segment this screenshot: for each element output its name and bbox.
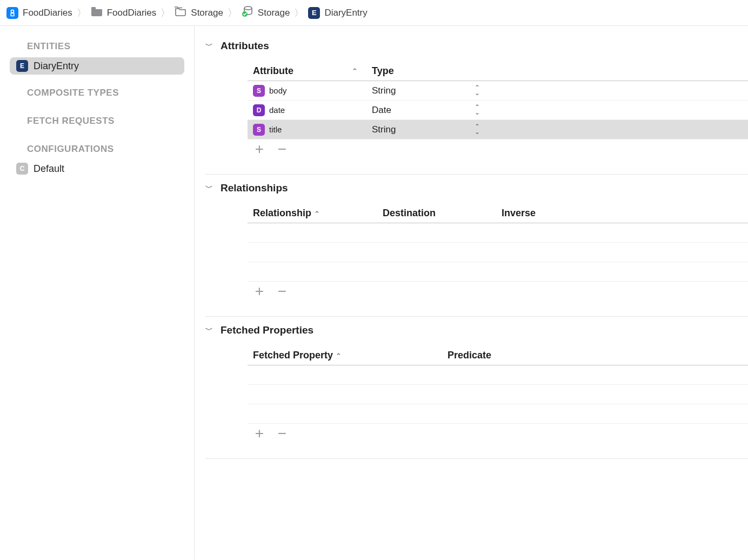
sidebar-item-entity[interactable]: E DiaryEntry (10, 57, 184, 75)
attribute-name: body (269, 86, 287, 95)
chevron-right-icon: 〉 (159, 6, 171, 19)
add-button[interactable]: + (253, 143, 266, 156)
stepper-icon: ⌃⌄ (475, 124, 480, 135)
col-header-predicate[interactable]: Predicate (442, 348, 604, 363)
folder-icon (91, 6, 103, 19)
table-row[interactable] (248, 404, 748, 424)
crumb-app[interactable]: FoodDiaries (6, 7, 72, 19)
table-row[interactable] (248, 223, 748, 243)
attribute-name: title (269, 125, 282, 134)
section-header-relationships[interactable]: ﹀ Relationships (195, 179, 748, 197)
config-icon: C (16, 163, 28, 175)
folder-group-icon (175, 6, 186, 19)
table-header-row: Fetched Property ⌃ Predicate (248, 346, 748, 365)
attribute-type: Date (372, 105, 391, 116)
type-selector[interactable]: String ⌃⌄ (372, 85, 480, 96)
add-button[interactable]: + (253, 427, 266, 440)
crumb-label: Storage (258, 8, 290, 18)
section-title: Attributes (221, 40, 269, 52)
table-actions: + − (248, 424, 748, 445)
table-actions: + − (248, 282, 748, 303)
sidebar-header-fetch: FETCH REQUESTS (5, 110, 189, 131)
col-header-destination[interactable]: Destination (377, 205, 496, 221)
crumb-storage-db[interactable]: Storage (242, 5, 290, 20)
attribute-row[interactable]: D date Date ⌃⌄ (248, 101, 748, 120)
type-selector[interactable]: String ⌃⌄ (372, 124, 480, 135)
table-row[interactable] (248, 262, 748, 282)
stepper-icon: ⌃⌄ (475, 85, 480, 96)
chevron-right-icon: 〉 (76, 6, 88, 19)
table-actions: + − (248, 139, 748, 161)
svg-point-0 (11, 10, 14, 12)
section-header-fetched[interactable]: ﹀ Fetched Properties (195, 321, 748, 339)
table-row[interactable] (248, 243, 748, 262)
attribute-row[interactable]: S title String ⌃⌄ (248, 120, 748, 139)
breadcrumb: FoodDiaries 〉 FoodDiaries 〉 Storage 〉 St… (0, 0, 748, 26)
database-icon (242, 5, 253, 20)
crumb-project-folder[interactable]: FoodDiaries (91, 6, 157, 19)
crumb-label: Storage (191, 8, 223, 18)
table-row[interactable] (248, 385, 748, 404)
main-panel: ﹀ Attributes Attribute ⌃ Type S bod (195, 26, 748, 559)
chevron-down-icon: ﹀ (205, 41, 213, 51)
sidebar-item-label: DiaryEntry (34, 61, 79, 72)
attribute-type: String (372, 124, 396, 135)
table-header-row: Relationship ⌃ Destination Inverse (248, 204, 748, 223)
chevron-down-icon: ﹀ (205, 183, 213, 193)
sidebar-item-label: Default (34, 163, 64, 175)
sidebar-header-entities: ENTITIES (5, 36, 189, 56)
sort-indicator-icon: ⌃ (336, 352, 345, 360)
string-type-icon: S (253, 85, 265, 97)
attribute-type: String (372, 85, 396, 96)
table-header-row: Attribute ⌃ Type (248, 62, 748, 81)
table-row[interactable] (248, 365, 748, 385)
crumb-label: FoodDiaries (23, 8, 72, 18)
col-header-relationship[interactable]: Relationship ⌃ (248, 205, 377, 221)
app-icon (6, 7, 18, 19)
col-header-attribute[interactable]: Attribute ⌃ (248, 63, 366, 79)
section-header-attributes[interactable]: ﹀ Attributes (195, 37, 748, 55)
add-button[interactable]: + (253, 285, 266, 298)
date-type-icon: D (253, 104, 265, 116)
fetched-table: Fetched Property ⌃ Predicate + − (248, 346, 748, 445)
sidebar-header-config: CONFIGURATIONS (5, 138, 189, 159)
section-relationships: ﹀ Relationships Relationship ⌃ Destinati… (195, 175, 748, 317)
remove-button[interactable]: − (276, 143, 289, 156)
section-fetched-properties: ﹀ Fetched Properties Fetched Property ⌃ … (195, 317, 748, 459)
entity-icon: E (308, 7, 320, 19)
chevron-down-icon: ﹀ (205, 325, 213, 335)
stepper-icon: ⌃⌄ (475, 105, 480, 115)
relationships-table: Relationship ⌃ Destination Inverse + − (248, 204, 748, 303)
type-selector[interactable]: Date ⌃⌄ (372, 105, 480, 116)
attribute-name: date (269, 105, 285, 115)
string-type-icon: S (253, 124, 265, 136)
attribute-row[interactable]: S body String ⌃⌄ (248, 81, 748, 101)
sidebar: ENTITIES E DiaryEntry COMPOSITE TYPES FE… (0, 26, 195, 559)
chevron-right-icon: 〉 (226, 6, 238, 19)
section-attributes: ﹀ Attributes Attribute ⌃ Type S bod (195, 32, 748, 175)
section-title: Relationships (221, 182, 288, 194)
col-header-inverse[interactable]: Inverse (496, 205, 615, 221)
remove-button[interactable]: − (276, 427, 289, 440)
chevron-right-icon: 〉 (293, 6, 305, 19)
svg-point-3 (244, 6, 252, 10)
crumb-label: FoodDiaries (107, 8, 157, 18)
sort-indicator-icon: ⌃ (352, 67, 361, 75)
crumb-storage-group[interactable]: Storage (175, 6, 223, 19)
col-header-type[interactable]: Type (366, 63, 485, 79)
col-header-fetched-property[interactable]: Fetched Property ⌃ (248, 348, 442, 363)
sort-indicator-icon: ⌃ (314, 210, 323, 218)
sidebar-item-config[interactable]: C Default (10, 160, 184, 177)
svg-rect-2 (91, 7, 96, 9)
entity-icon: E (16, 60, 28, 72)
attributes-table: Attribute ⌃ Type S body String (248, 62, 748, 161)
svg-rect-1 (11, 13, 14, 16)
sidebar-header-composite: COMPOSITE TYPES (5, 82, 189, 103)
crumb-entity[interactable]: E DiaryEntry (308, 7, 367, 19)
section-title: Fetched Properties (221, 324, 313, 336)
remove-button[interactable]: − (276, 285, 289, 298)
crumb-label: DiaryEntry (324, 8, 367, 18)
